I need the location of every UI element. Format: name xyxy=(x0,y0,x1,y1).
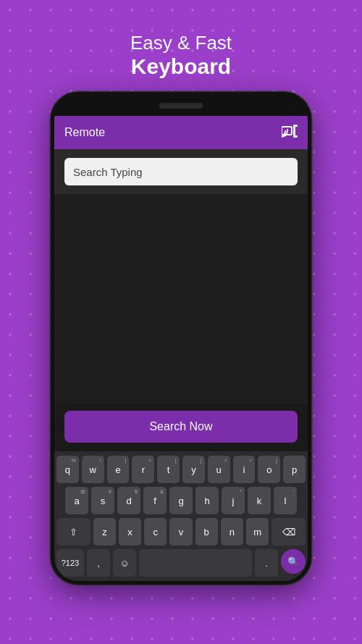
app-toolbar: Remote xyxy=(54,116,308,149)
key-f[interactable]: &f xyxy=(143,487,167,514)
key-g[interactable]: g xyxy=(169,487,193,514)
phone-notch xyxy=(54,96,308,116)
key-p[interactable]: p xyxy=(283,456,306,483)
search-keyboard-key[interactable]: 🔍 xyxy=(281,549,306,574)
key-r[interactable]: =r xyxy=(132,456,154,483)
key-j[interactable]: *j xyxy=(222,487,245,514)
key-h[interactable]: h xyxy=(195,487,219,514)
phone-frame: Remote Search Now xyxy=(51,92,311,585)
key-k[interactable]: k xyxy=(248,487,271,514)
space-key[interactable] xyxy=(139,549,252,577)
key-e[interactable]: |e xyxy=(107,456,130,483)
keyboard-row-2: @a #s $d &f g h *j k 'l xyxy=(56,487,306,514)
comma-key[interactable]: , xyxy=(87,549,110,577)
notch-pill xyxy=(159,103,203,109)
search-bar-container xyxy=(54,149,308,194)
search-input-field[interactable] xyxy=(64,158,298,185)
key-s[interactable]: #s xyxy=(91,487,114,514)
key-d[interactable]: $d xyxy=(117,487,140,514)
search-now-button[interactable]: Search Now xyxy=(64,411,298,443)
search-input[interactable] xyxy=(73,166,289,178)
key-z[interactable]: z xyxy=(93,518,116,545)
key-v[interactable]: v xyxy=(169,518,192,545)
app-title: Remote xyxy=(64,126,282,139)
cast-icon[interactable] xyxy=(282,125,298,141)
key-b[interactable]: b xyxy=(195,518,218,545)
keyboard: %q \w |e =r [t {y <u >i }o p @a #s $d &f… xyxy=(54,451,308,581)
key-u[interactable]: <u xyxy=(208,456,230,483)
shift-key[interactable]: ⇧ xyxy=(56,518,90,545)
backspace-key[interactable]: ⌫ xyxy=(272,518,306,545)
key-t[interactable]: [t xyxy=(157,456,180,483)
num-key[interactable]: ?123 xyxy=(56,549,84,577)
search-now-label: Search Now xyxy=(149,420,212,433)
keyboard-row-1: %q \w |e =r [t {y <u >i }o p xyxy=(56,456,306,483)
key-x[interactable]: x xyxy=(119,518,141,545)
header: Easy & Fast Keyboard xyxy=(130,32,232,79)
key-q[interactable]: %q xyxy=(56,456,79,483)
key-a[interactable]: @a xyxy=(65,487,88,514)
key-n[interactable]: n xyxy=(221,518,243,545)
keyboard-row-3: ⇧ z x c v b n m ⌫ xyxy=(56,518,306,545)
key-c[interactable]: c xyxy=(144,518,167,545)
emoji-key[interactable]: ☺ xyxy=(113,549,136,577)
key-l[interactable]: 'l xyxy=(274,487,297,514)
svg-rect-3 xyxy=(295,127,298,135)
key-o[interactable]: }o xyxy=(258,456,280,483)
period-key[interactable]: . xyxy=(255,549,278,577)
key-y[interactable]: {y xyxy=(182,456,205,483)
header-line2: Keyboard xyxy=(130,54,232,79)
content-area xyxy=(54,194,308,403)
keyboard-bottom-row: ?123 , ☺ . 🔍 xyxy=(56,549,306,577)
header-line1: Easy & Fast xyxy=(130,32,232,54)
key-m[interactable]: m xyxy=(246,518,269,545)
key-i[interactable]: >i xyxy=(233,456,256,483)
key-w[interactable]: \w xyxy=(82,456,104,483)
app-screen: Remote Search Now xyxy=(54,116,308,581)
